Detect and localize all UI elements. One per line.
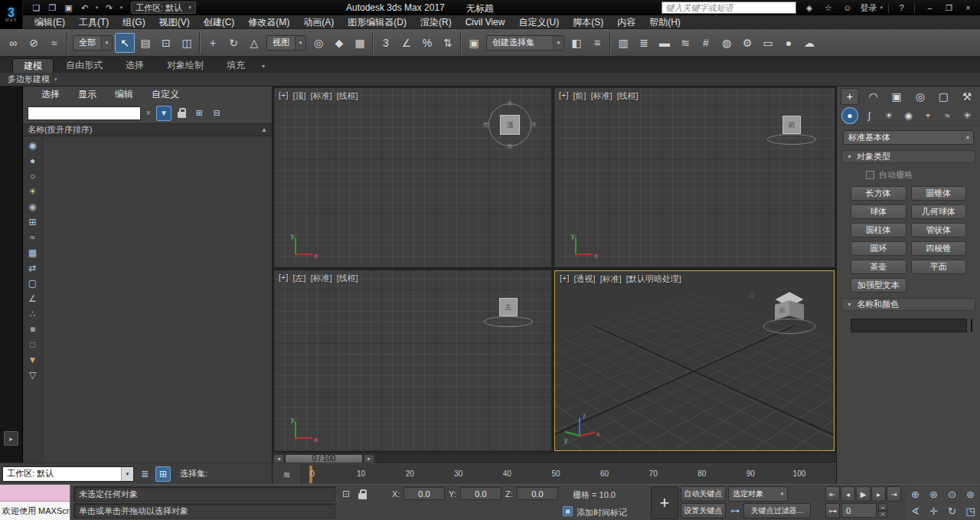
pyramid-button[interactable]: 四棱锥 xyxy=(911,241,967,256)
menu-item[interactable]: 创建(C) xyxy=(197,15,242,29)
display-groups-filter-icon[interactable]: ▦ xyxy=(25,245,41,260)
lock-icon[interactable] xyxy=(174,106,189,121)
time-tag-icon[interactable]: ▦ xyxy=(563,506,573,516)
viewport-general-menu[interactable]: [+] xyxy=(559,90,569,102)
primitive-category-dropdown[interactable]: 标准基本体 ▾ xyxy=(843,130,974,145)
viewport-pov-menu[interactable]: [顶] xyxy=(293,90,306,102)
sphere-button[interactable]: 球体 xyxy=(851,204,906,219)
toggle-scene-explorer-icon[interactable]: ▥ xyxy=(613,33,633,53)
spinner-down-icon[interactable]: ▾ xyxy=(878,511,887,518)
maximize-viewport-toggle-icon[interactable]: ◳ xyxy=(962,503,979,519)
bind-to-space-warp-icon[interactable]: ≈ xyxy=(44,33,64,53)
render-in-cloud-icon[interactable]: ☁ xyxy=(799,33,819,53)
space-warps-category-icon[interactable]: ≈ xyxy=(939,107,956,124)
systems-category-icon[interactable]: ✳ xyxy=(959,107,975,124)
display-all-filter-icon[interactable]: ◉ xyxy=(25,138,41,153)
close-button[interactable]: × xyxy=(959,2,978,14)
zoom-all-icon[interactable]: ⊛ xyxy=(925,486,942,502)
select-and-move-icon[interactable]: + xyxy=(203,33,223,53)
select-and-manipulate-icon[interactable]: ◆ xyxy=(329,33,349,53)
angle-snap-toggle-icon[interactable]: ∠ xyxy=(397,33,416,53)
key-mode-toggle[interactable]: ⊶ xyxy=(825,503,840,518)
named-selection-sets-dropdown[interactable]: 创建选择集 ▾ xyxy=(486,35,564,51)
field-of-view-icon[interactable]: ∢ xyxy=(906,503,924,519)
percent-snap-toggle-icon[interactable]: % xyxy=(417,33,437,53)
scene-explorer-menu-item[interactable]: 自定义 xyxy=(152,88,179,101)
auto-key-button[interactable]: 自动关键点 xyxy=(681,486,726,502)
viewport-perspective-active[interactable]: [+] [透视] [标准] [默认明暗处理] ⌂ 前 z x y xyxy=(554,270,835,451)
menu-item[interactable]: 帮助(H) xyxy=(642,15,688,29)
rendered-frame-window-icon[interactable]: ▭ xyxy=(758,33,778,53)
helpers-category-icon[interactable]: + xyxy=(920,107,936,124)
menu-item[interactable]: 视图(V) xyxy=(152,15,197,29)
explorer-column-header[interactable]: 名称(按升序排序) ▲ xyxy=(23,123,272,136)
menu-item[interactable]: 自定义(U) xyxy=(511,15,566,29)
restore-button[interactable]: ❐ xyxy=(939,2,959,14)
pick-from-list-icon[interactable]: ⊞ xyxy=(191,106,207,121)
help-icon[interactable]: ? xyxy=(894,2,909,14)
cameras-category-icon[interactable]: ◉ xyxy=(900,107,917,124)
maxscript-listener-line[interactable]: 欢迎使用 MAXScript xyxy=(0,502,70,520)
ribbon-tab-populate[interactable]: 填充 xyxy=(216,58,256,73)
utilities-tab-icon[interactable]: ⚒ xyxy=(958,88,976,105)
workspace-dropdown[interactable]: 工作区: 默认 ▾ xyxy=(2,466,134,482)
shapes-category-icon[interactable]: ∫ xyxy=(861,107,878,124)
selection-filter-dropdown[interactable]: 全部 ▾ xyxy=(73,35,113,51)
advanced-filter-icon[interactable]: ▽ xyxy=(25,368,41,383)
display-frozen-filter-icon[interactable]: ■ xyxy=(25,322,41,337)
menu-item[interactable]: 工具(T) xyxy=(72,15,116,29)
ribbon-options-chevron-icon[interactable]: ▾ xyxy=(262,63,265,70)
time-slider-track[interactable] xyxy=(376,454,835,463)
scene-explorer-menu-item[interactable]: 编辑 xyxy=(115,88,133,101)
display-geometry-filter-icon[interactable]: ● xyxy=(25,153,41,168)
material-editor-icon[interactable]: ◍ xyxy=(717,33,737,53)
toggle-ribbon-icon[interactable]: ▬ xyxy=(655,33,675,53)
box-button[interactable]: 长方体 xyxy=(851,186,906,201)
textplus-button[interactable]: 加强型文本 xyxy=(851,278,906,293)
autogrid-checkbox[interactable] xyxy=(866,171,874,179)
sign-in-button[interactable]: 登录 ▾ xyxy=(860,2,883,14)
display-list-options-icon[interactable]: ≣ xyxy=(137,466,152,482)
teapot-button[interactable]: 茶壶 xyxy=(851,260,906,274)
viewport-shading-menu[interactable]: [线框] xyxy=(337,273,358,284)
filter-funnel-icon[interactable]: ▼ xyxy=(156,106,172,121)
viewport-shading-menu[interactable]: [默认明暗处理] xyxy=(626,273,681,285)
set-key-button[interactable]: 设置关键点 xyxy=(681,503,726,518)
favorites-star-icon[interactable]: ☆ xyxy=(821,2,835,14)
minimize-button[interactable]: – xyxy=(920,2,939,14)
communication-center-icon[interactable]: ◈ xyxy=(802,2,816,14)
y-coordinate-field[interactable] xyxy=(460,487,501,500)
spinner-snap-toggle-icon[interactable]: ⇅ xyxy=(438,33,458,53)
viewcube-home-icon[interactable]: ⌂ xyxy=(750,291,754,299)
filter-combinations-icon[interactable]: ▼ xyxy=(25,352,41,368)
toggle-layer-explorer-icon[interactable]: ≣ xyxy=(634,33,654,53)
display-hidden-filter-icon[interactable]: □ xyxy=(25,337,41,352)
scene-explorer-menu-item[interactable]: 显示 xyxy=(78,88,96,101)
key-selection-filter-dropdown[interactable]: 选定对象 ▾ xyxy=(728,486,788,502)
viewport-front[interactable]: [+] [前] [标准] [线框] 前 x y xyxy=(554,88,835,267)
previous-frame-arrow[interactable]: ◂ xyxy=(273,454,284,463)
viewport-general-menu[interactable]: [+] xyxy=(560,273,570,285)
render-production-icon[interactable]: ● xyxy=(779,33,799,53)
selection-lock-toggle[interactable] xyxy=(355,487,369,501)
menu-item[interactable]: 动画(A) xyxy=(296,15,341,29)
keyboard-shortcut-override-icon[interactable]: ▦ xyxy=(350,33,370,53)
key-icon[interactable]: ⊶ xyxy=(728,503,742,518)
select-and-link-icon[interactable]: ∞ xyxy=(3,33,23,53)
mirror-icon[interactable]: ◧ xyxy=(567,33,586,53)
menu-item[interactable]: 内容 xyxy=(610,15,642,29)
save-file-icon[interactable]: ▣ xyxy=(61,2,76,14)
key-filters-button[interactable]: 关键点过滤器... xyxy=(743,503,811,518)
name-sort-header[interactable]: 名称(按升序排序) xyxy=(28,124,92,136)
viewcube-front-face[interactable]: 前 xyxy=(775,300,789,319)
viewport-shading-menu[interactable]: [线框] xyxy=(337,90,358,102)
name-color-rollout-header[interactable]: ▼ 名称和颜色 xyxy=(841,298,975,311)
clear-search-icon[interactable]: × xyxy=(143,108,154,119)
menu-item[interactable]: 渲染(R) xyxy=(413,15,459,29)
unlink-selection-icon[interactable]: ⊘ xyxy=(24,33,44,53)
set-keys-button[interactable]: + xyxy=(651,486,678,519)
previous-frame-icon[interactable]: ◂ xyxy=(841,486,855,502)
select-object-icon[interactable]: ↖ xyxy=(115,33,135,53)
cylinder-button[interactable]: 圆柱体 xyxy=(851,223,906,237)
viewcube[interactable]: 前 xyxy=(762,288,818,335)
